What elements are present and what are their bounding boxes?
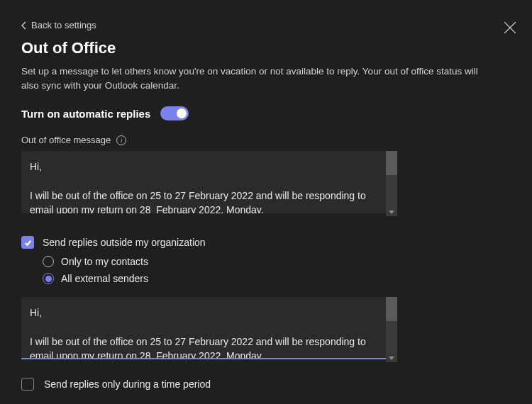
scroll-down-arrow[interactable] bbox=[386, 208, 397, 216]
radio-all-external[interactable]: All external senders bbox=[43, 273, 511, 284]
time-period-checkbox[interactable] bbox=[21, 378, 34, 391]
external-message-input[interactable] bbox=[21, 297, 397, 359]
radio-all-external-label: All external senders bbox=[61, 273, 148, 284]
info-icon[interactable]: i bbox=[116, 135, 126, 145]
svg-marker-2 bbox=[389, 211, 394, 214]
external-replies-checkbox[interactable] bbox=[21, 236, 34, 249]
out-of-office-message-input[interactable] bbox=[21, 151, 397, 213]
out-of-office-panel: Back to settings Out of Office Set up a … bbox=[0, 0, 532, 404]
scrollbar-thumb[interactable] bbox=[386, 151, 397, 175]
time-period-row: Send replies only during a time period bbox=[21, 378, 511, 391]
radio-only-contacts[interactable]: Only to my contacts bbox=[43, 256, 511, 267]
external-message-box-wrap bbox=[21, 297, 397, 362]
message-label: Out of office message bbox=[21, 135, 111, 145]
page-title: Out of Office bbox=[21, 39, 511, 57]
message-label-row: Out of office message i bbox=[21, 135, 511, 145]
page-description: Set up a message to let others know you'… bbox=[21, 64, 489, 92]
scrollbar[interactable] bbox=[386, 297, 397, 362]
close-icon bbox=[504, 21, 516, 34]
svg-marker-3 bbox=[389, 357, 394, 360]
external-scope-radio-group: Only to my contacts All external senders bbox=[43, 256, 511, 284]
scrollbar-thumb[interactable] bbox=[386, 297, 397, 321]
scrollbar[interactable] bbox=[386, 151, 397, 216]
message-box-wrap bbox=[21, 151, 397, 216]
back-to-settings-link[interactable]: Back to settings bbox=[21, 20, 511, 30]
automatic-replies-row: Turn on automatic replies bbox=[21, 106, 511, 120]
automatic-replies-toggle[interactable] bbox=[160, 106, 189, 120]
chevron-left-icon bbox=[21, 21, 27, 30]
radio-only-contacts-input[interactable] bbox=[43, 256, 54, 267]
external-replies-label: Send replies outside my organization bbox=[43, 237, 206, 248]
check-icon bbox=[24, 239, 32, 247]
radio-only-contacts-label: Only to my contacts bbox=[61, 256, 148, 267]
external-replies-row: Send replies outside my organization bbox=[21, 236, 511, 249]
scroll-down-arrow[interactable] bbox=[386, 354, 397, 362]
close-button[interactable] bbox=[504, 21, 516, 34]
time-period-label: Send replies only during a time period bbox=[44, 378, 211, 390]
radio-all-external-input[interactable] bbox=[43, 273, 54, 284]
automatic-replies-label: Turn on automatic replies bbox=[21, 108, 150, 120]
back-label: Back to settings bbox=[31, 20, 96, 30]
